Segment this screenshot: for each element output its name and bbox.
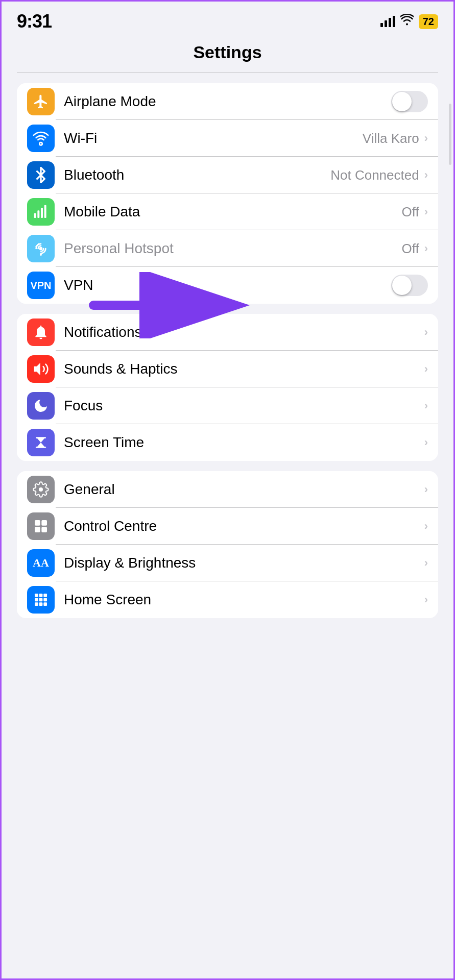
signal-bars-icon	[380, 16, 395, 27]
status-icons: 72	[380, 14, 438, 29]
svg-rect-2	[41, 208, 43, 218]
gear-icon	[33, 481, 49, 498]
bluetooth-value: Not Connected	[330, 167, 419, 183]
svg-rect-15	[39, 594, 43, 597]
page-title: Settings	[2, 37, 453, 72]
svg-rect-1	[37, 210, 39, 218]
status-bar: 9:31 72	[2, 2, 453, 37]
network-settings-group: Airplane Mode Wi-Fi Villa Karo › Bluetoo…	[17, 83, 438, 304]
airplane-mode-label: Airplane Mode	[64, 93, 391, 110]
personal-hotspot-value: Off	[401, 241, 419, 257]
svg-rect-17	[35, 598, 38, 602]
notifications-label: Notifications	[64, 324, 424, 340]
mobile-data-icon	[27, 198, 55, 226]
airplane-mode-icon	[27, 88, 55, 115]
focus-label: Focus	[64, 398, 424, 414]
mobile-data-chevron-icon: ›	[424, 205, 428, 218]
battery-level: 72	[423, 16, 434, 28]
svg-rect-21	[39, 602, 43, 606]
sounds-haptics-label: Sounds & Haptics	[64, 361, 424, 377]
bluetooth-chevron-icon: ›	[424, 168, 428, 182]
bluetooth-row[interactable]: Bluetooth Not Connected ›	[17, 157, 438, 193]
airplane-mode-toggle-knob	[392, 92, 412, 111]
svg-rect-3	[44, 205, 46, 218]
svg-rect-22	[43, 602, 47, 606]
personal-hotspot-icon	[27, 235, 55, 262]
notifications-chevron-icon: ›	[424, 326, 428, 339]
svg-marker-7	[34, 363, 40, 375]
svg-rect-8	[36, 437, 46, 438]
sounds-haptics-icon	[27, 355, 55, 383]
wifi-icon	[27, 125, 55, 152]
mobile-data-value: Off	[401, 204, 419, 220]
vpn-text-icon: VPN	[30, 280, 51, 291]
notifications-icon	[27, 318, 55, 346]
airplane-icon	[33, 93, 49, 110]
signal-icon	[33, 204, 49, 220]
wifi-setting-icon	[33, 130, 49, 146]
vpn-toggle-knob	[392, 276, 412, 295]
control-centre-icon	[27, 512, 55, 540]
mobile-data-row[interactable]: Mobile Data Off ›	[17, 193, 438, 230]
svg-rect-0	[34, 213, 36, 218]
bluetooth-icon	[27, 161, 55, 189]
screen-time-icon	[27, 429, 55, 456]
focus-row[interactable]: Focus ›	[17, 387, 438, 424]
home-screen-chevron-icon: ›	[424, 593, 428, 606]
airplane-mode-row[interactable]: Airplane Mode	[17, 83, 438, 120]
system-settings-group-2: General › Control Centre › AA Display & …	[17, 471, 438, 618]
control-centre-chevron-icon: ›	[424, 520, 428, 533]
home-screen-row[interactable]: Home Screen ›	[17, 581, 438, 618]
general-row[interactable]: General ›	[17, 471, 438, 508]
vpn-toggle[interactable]	[391, 275, 428, 296]
svg-rect-10	[35, 520, 40, 526]
svg-rect-19	[43, 598, 47, 602]
personal-hotspot-row[interactable]: Personal Hotspot Off ›	[17, 230, 438, 267]
general-icon	[27, 476, 55, 503]
screen-time-row[interactable]: Screen Time ›	[17, 424, 438, 461]
wifi-status-icon	[400, 14, 414, 29]
system-settings-group-1: Notifications › Sounds & Haptics › Focus…	[17, 314, 438, 461]
moon-icon	[33, 398, 49, 414]
aa-text-icon: AA	[33, 556, 49, 570]
general-chevron-icon: ›	[424, 483, 428, 496]
hourglass-icon	[33, 434, 49, 451]
home-screen-label: Home Screen	[64, 592, 424, 608]
vpn-row[interactable]: VPN VPN	[17, 267, 438, 304]
sounds-haptics-chevron-icon: ›	[424, 362, 428, 376]
header-divider	[17, 72, 438, 73]
mobile-data-label: Mobile Data	[64, 204, 401, 220]
sounds-haptics-row[interactable]: Sounds & Haptics ›	[17, 351, 438, 387]
general-label: General	[64, 481, 424, 498]
scrollbar[interactable]	[449, 104, 451, 165]
svg-rect-11	[41, 520, 47, 526]
notifications-row[interactable]: Notifications ›	[17, 314, 438, 351]
display-brightness-row[interactable]: AA Display & Brightness ›	[17, 545, 438, 581]
screen-time-label: Screen Time	[64, 434, 424, 451]
wifi-chevron-icon: ›	[424, 132, 428, 145]
svg-point-5	[40, 254, 42, 256]
wifi-value: Villa Karo	[363, 131, 419, 146]
personal-hotspot-label: Personal Hotspot	[64, 240, 401, 257]
control-icon	[33, 518, 49, 534]
bell-icon	[33, 324, 49, 340]
display-brightness-chevron-icon: ›	[424, 556, 428, 570]
control-centre-label: Control Centre	[64, 518, 424, 534]
personal-hotspot-chevron-icon: ›	[424, 242, 428, 255]
status-time: 9:31	[17, 11, 52, 32]
svg-point-4	[39, 247, 43, 251]
svg-rect-18	[39, 598, 43, 602]
wifi-row[interactable]: Wi-Fi Villa Karo ›	[17, 120, 438, 157]
home-screen-icon	[27, 586, 55, 614]
wifi-label: Wi-Fi	[64, 130, 363, 146]
battery-icon: 72	[419, 14, 438, 29]
svg-rect-13	[41, 527, 47, 532]
svg-rect-14	[35, 594, 38, 597]
screen-time-chevron-icon: ›	[424, 436, 428, 449]
focus-chevron-icon: ›	[424, 399, 428, 412]
vpn-icon: VPN	[27, 272, 55, 299]
airplane-mode-toggle[interactable]	[391, 91, 428, 112]
control-centre-row[interactable]: Control Centre ›	[17, 508, 438, 545]
vpn-label: VPN	[64, 277, 391, 293]
bluetooth-label: Bluetooth	[64, 167, 330, 183]
